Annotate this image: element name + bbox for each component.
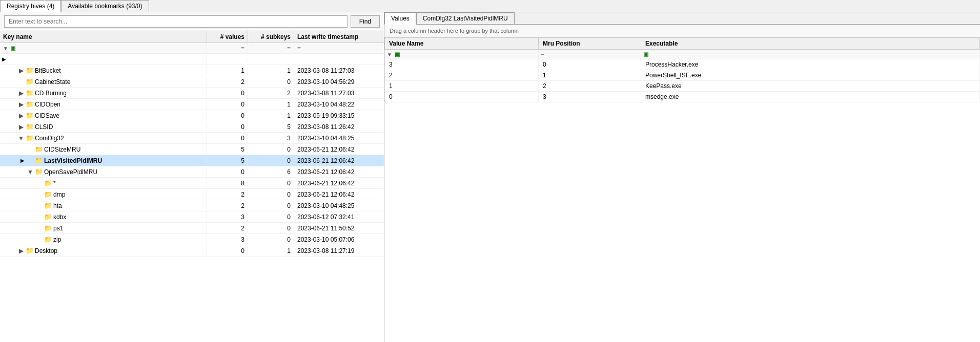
row-label: CIDSizeMRU [44, 146, 80, 153]
tree-row[interactable]: ▶📁LastVisitedPidlMRU502023-06-21 12:06:4… [0, 155, 384, 166]
row-expander[interactable]: ▶ [17, 247, 25, 254]
row-label: zip [53, 236, 61, 243]
col-header-value-name[interactable]: Value Name [385, 38, 539, 50]
folder-icon: 📁 [44, 236, 52, 243]
row-subkeys: 0 [248, 190, 294, 199]
tree-row[interactable]: ▶📁CIDOpen012023-03-10 04:48:22 [0, 99, 384, 110]
row-subkeys: 1 [248, 246, 294, 255]
tree-row[interactable]: 📁zip302023-03-10 05:07:06 [0, 234, 384, 245]
row-timestamp [294, 58, 384, 60]
values-row-executable: KeePass.exe [641, 81, 980, 92]
row-label: OpenSavePidlMRU [44, 168, 97, 176]
row-label: BitBucket [35, 67, 61, 74]
row-expander[interactable]: ▶ [17, 101, 25, 108]
tree-row[interactable]: 📁CIDSizeMRU502023-06-21 12:06:42 [0, 144, 384, 155]
row-timestamp: 2023-03-10 04:56:29 [294, 77, 384, 87]
filter-row: ▼ ▣ = = = [0, 43, 384, 54]
values-table: Value Name Mru Position Executable ▼ ▣ – [384, 37, 980, 102]
row-timestamp: 2023-03-08 11:26:42 [294, 122, 384, 132]
tree-row-key: ▶📁LastVisitedPidlMRU [0, 156, 207, 165]
tab-registry-hives[interactable]: Registry hives (4) [0, 0, 61, 12]
tree-row[interactable]: ▶📁Desktop012023-03-08 11:27:19 [0, 245, 384, 256]
row-timestamp: 2023-03-10 04:48:25 [294, 134, 384, 143]
row-subkeys: 0 [248, 77, 294, 87]
row-timestamp: 2023-06-21 12:06:42 [294, 145, 384, 154]
values-table-row[interactable]: 21PowerShell_ISE.exe [385, 70, 980, 81]
row-timestamp: 2023-06-12 07:32:41 [294, 212, 384, 222]
row-subkeys [248, 58, 294, 60]
row-timestamp: 2023-03-10 04:48:25 [294, 201, 384, 210]
tree-row[interactable]: ▶📁BitBucket112023-03-08 11:27:03 [0, 65, 384, 76]
values-filter-exec-excel: ▣ [643, 51, 648, 57]
row-values: 5 [207, 156, 248, 165]
row-timestamp: 2023-03-08 11:27:03 [294, 89, 384, 98]
values-table-body: ▼ ▣ – ▣ 30ProcessHacker.exe21PowerShell_… [385, 50, 980, 102]
row-expander[interactable]: ▼ [27, 168, 34, 176]
right-tab-bar: Values ComDlg32 LastVisitedPidlMRU [384, 12, 980, 25]
filter-excel-icon: ▣ [10, 45, 15, 52]
tree-row[interactable]: 📁kdbx302023-06-12 07:32:41 [0, 211, 384, 223]
tree-row[interactable]: ▶📁CLSID052023-03-08 11:26:42 [0, 121, 384, 133]
row-expander[interactable]: ▼ [17, 135, 25, 142]
col-header-timestamp: Last write timestamp [294, 31, 384, 42]
values-table-row[interactable]: 03msedge.exe [385, 92, 980, 102]
col-header-mru-position[interactable]: Mru Position [539, 38, 641, 50]
tree-row[interactable]: 📁hta202023-03-10 04:48:25 [0, 200, 384, 211]
values-row-name: 3 [385, 59, 539, 70]
search-bar: Find [0, 12, 384, 31]
find-button[interactable]: Find [351, 15, 380, 28]
row-values: 3 [207, 235, 248, 244]
search-input[interactable] [4, 15, 348, 28]
row-subkeys: 0 [248, 235, 294, 244]
row-subkeys: 5 [248, 122, 294, 132]
values-table-row[interactable]: 12KeePass.exe [385, 81, 980, 92]
values-table-row[interactable]: 30ProcessHacker.exe [385, 59, 980, 70]
values-filter-row: ▼ ▣ – ▣ [385, 50, 980, 59]
tree-row-key: 📁dmp [0, 189, 207, 199]
folder-icon: 📁 [35, 168, 43, 176]
tree-row[interactable]: 📁ps1202023-06-21 11:50:52 [0, 223, 384, 234]
tree-row[interactable]: ▶📁CIDSave012023-05-19 09:33:15 [0, 110, 384, 121]
row-label: CIDSave [35, 112, 59, 119]
tree-container[interactable]: ▼ ▣ = = = ▶▶📁BitBucket112023-03-08 11:27… [0, 43, 384, 342]
row-expander[interactable]: ▶ [17, 90, 25, 97]
row-timestamp: 2023-05-19 09:33:15 [294, 111, 384, 120]
row-label: dmp [53, 191, 65, 198]
tree-row[interactable]: ▶ [0, 54, 384, 65]
tab-available-bookmarks[interactable]: Available bookmarks (93/0) [61, 0, 149, 12]
folder-icon: 📁 [26, 100, 34, 108]
values-row-mru: 1 [539, 70, 641, 81]
row-expander[interactable]: ▶ [17, 123, 25, 131]
row-subkeys: 6 [248, 167, 294, 177]
tree-row[interactable]: ▶📁CD Burning022023-03-08 11:27:03 [0, 88, 384, 99]
row-label: CIDOpen [35, 101, 60, 108]
row-timestamp: 2023-06-21 12:06:42 [294, 179, 384, 188]
row-expander[interactable]: ▶ [17, 112, 25, 119]
row-label: CabinetState [35, 78, 70, 86]
tree-row-key: 📁kdbx [0, 212, 207, 222]
right-panel: Values ComDlg32 LastVisitedPidlMRU Drag … [384, 12, 980, 342]
row-expander[interactable]: ▶ [17, 67, 25, 74]
folder-icon: 📁 [44, 213, 52, 221]
tree-row-key: ▶ [0, 55, 207, 63]
row-label: kdbx [53, 213, 66, 221]
tree-row[interactable]: ▼📁OpenSavePidlMRU062023-06-21 12:06:42 [0, 166, 384, 178]
filter-subkeys-cell: = [248, 43, 294, 53]
row-label: LastVisitedPidlMRU [44, 157, 102, 164]
row-values: 0 [207, 100, 248, 109]
row-values: 0 [207, 89, 248, 98]
col-header-executable[interactable]: Executable [641, 38, 980, 50]
tab-values[interactable]: Values [384, 12, 416, 25]
col-header-values: # values [207, 31, 248, 42]
values-table-container[interactable]: Value Name Mru Position Executable ▼ ▣ – [384, 37, 980, 342]
folder-icon: 📁 [26, 89, 34, 97]
tree-row[interactable]: 📁CabinetState202023-03-10 04:56:29 [0, 76, 384, 88]
row-values: 2 [207, 201, 248, 210]
tree-row[interactable]: ▼📁ComDlg32032023-03-10 04:48:25 [0, 133, 384, 144]
tree-row[interactable]: 📁dmp202023-06-21 12:06:42 [0, 189, 384, 200]
row-label: hta [53, 202, 62, 209]
tree-row[interactable]: 📁*802023-06-21 12:06:42 [0, 178, 384, 189]
row-label: Desktop [35, 247, 57, 254]
tab-comdlg32-lastvisitedpidlmru[interactable]: ComDlg32 LastVisitedPidlMRU [416, 12, 515, 24]
col-header-key: Key name [0, 31, 207, 42]
